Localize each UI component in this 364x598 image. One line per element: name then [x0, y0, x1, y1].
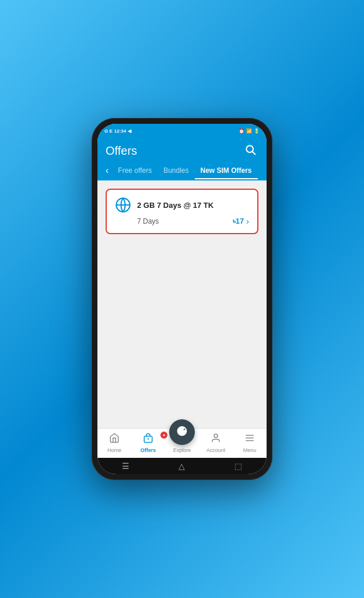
- search-icon[interactable]: [242, 141, 258, 161]
- wifi-icon: 📶: [246, 128, 252, 134]
- status-bar: G E 12:34 ◀ ⏰ 📶 🔋: [97, 124, 267, 137]
- battery-icon: 🔋: [254, 128, 260, 134]
- phone-screen: G E 12:34 ◀ ⏰ 📶 🔋 Offers ‹ Free o: [97, 124, 267, 474]
- bottom-nav: Home ● Offers: [97, 428, 267, 458]
- chevron-right-icon: ›: [246, 217, 249, 226]
- sys-nav-home-icon[interactable]: △: [178, 461, 185, 471]
- system-nav-bar: ☰ △ ⬚: [97, 458, 267, 474]
- tab-bar: ‹ Free offers Bundles New SIM Offers: [97, 161, 267, 180]
- network-indicator: G E: [104, 128, 113, 134]
- nav-menu-label: Menu: [243, 447, 257, 453]
- offer-price-row: ৳17 ›: [233, 217, 249, 226]
- header: Offers: [97, 137, 267, 161]
- nav-account[interactable]: Account: [199, 433, 233, 453]
- sys-nav-back-icon[interactable]: ⬚: [235, 461, 242, 471]
- tab-back-button[interactable]: ‹: [102, 161, 112, 180]
- globe-icon: [115, 197, 131, 213]
- sys-nav-menu-icon[interactable]: ☰: [122, 461, 130, 471]
- nav-explore[interactable]: Explore: [165, 432, 199, 453]
- content-area: 2 GB 7 Days @ 17 TK 7 Days ৳17 ›: [97, 180, 267, 428]
- alarm-icon: ⏰: [239, 128, 244, 134]
- offer-card-bottom: 7 Days ৳17 ›: [115, 217, 249, 226]
- page-title: Offers: [106, 144, 137, 158]
- phone-frame: G E 12:34 ◀ ⏰ 📶 🔋 Offers ‹ Free o: [92, 118, 272, 480]
- status-left: G E 12:34 ◀: [104, 128, 131, 134]
- nav-offers-label: Offers: [141, 447, 156, 453]
- tab-free-offers[interactable]: Free offers: [112, 162, 158, 179]
- nav-menu[interactable]: Menu: [233, 433, 267, 453]
- nav-home[interactable]: Home: [97, 433, 131, 453]
- offer-card[interactable]: 2 GB 7 Days @ 17 TK 7 Days ৳17 ›: [106, 189, 258, 234]
- explore-circle: [169, 419, 195, 445]
- status-right: ⏰ 📶 🔋: [239, 128, 260, 134]
- time-display: 12:34: [114, 128, 126, 134]
- tab-new-sim-offers[interactable]: New SIM Offers: [195, 162, 258, 179]
- signal-icon: ◀: [128, 128, 131, 134]
- nav-explore-label: Explore: [173, 447, 191, 453]
- svg-line-1: [253, 152, 256, 155]
- menu-icon: [244, 433, 255, 446]
- offer-price: ৳17: [233, 217, 244, 226]
- offers-icon: ●: [143, 433, 153, 446]
- offer-card-top: 2 GB 7 Days @ 17 TK: [115, 197, 249, 213]
- account-icon: [211, 433, 221, 446]
- offer-title: 2 GB 7 Days @ 17 TK: [137, 201, 214, 210]
- offer-duration: 7 Days: [137, 217, 159, 225]
- home-icon: [109, 433, 120, 446]
- explore-icon: [176, 425, 188, 440]
- nav-offers[interactable]: ● Offers: [131, 433, 165, 453]
- tab-bundles[interactable]: Bundles: [158, 162, 194, 179]
- nav-home-label: Home: [107, 447, 121, 453]
- nav-account-label: Account: [206, 447, 226, 453]
- svg-point-6: [214, 434, 218, 437]
